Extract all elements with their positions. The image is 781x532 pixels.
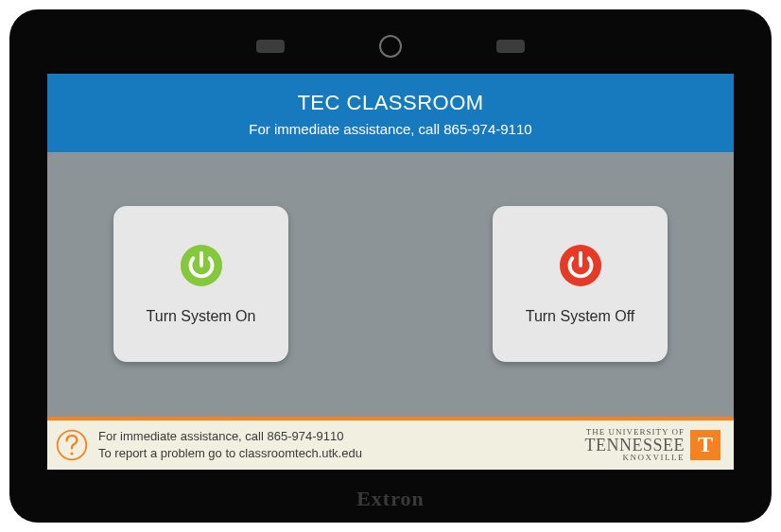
camera-icon [379,35,402,58]
sensor-slot-right [496,40,525,53]
header-subtitle: For immediate assistance, call 865-974-9… [57,121,724,137]
turn-system-on-button[interactable]: Turn System On [113,206,288,362]
footer-line2: To report a problem go to classroomtech.… [98,445,362,462]
ut-logo-text: THE UNIVERSITY OF TENNESSEE KNOXVILLE [585,428,686,462]
turn-on-label: Turn System On [147,308,256,325]
ut-t-icon: T [690,430,720,460]
ut-letter: T [698,432,713,457]
power-on-icon [180,244,223,287]
touch-screen: TEC CLASSROOM For immediate assistance, … [47,74,734,470]
page-title: TEC CLASSROOM [57,91,724,115]
footer-bar: For immediate assistance, call 865-974-9… [47,417,734,470]
footer-left: For immediate assistance, call 865-974-9… [55,428,362,462]
turn-off-label: Turn System Off [526,308,635,325]
footer-text: For immediate assistance, call 865-974-9… [98,428,362,462]
header-banner: TEC CLASSROOM For immediate assistance, … [47,74,734,152]
power-off-icon [559,244,602,287]
svg-point-3 [70,452,73,455]
device-brand-label: Extron [9,487,772,511]
sensor-slot-left [256,40,285,53]
ut-line2: TENNESSEE [585,437,686,454]
device-sensor-bar [9,32,772,60]
turn-system-off-button[interactable]: Turn System Off [493,206,668,362]
main-area: Turn System On Turn System Off [47,152,734,417]
ut-logo: THE UNIVERSITY OF TENNESSEE KNOXVILLE T [585,428,721,462]
device-bezel: TEC CLASSROOM For immediate assistance, … [9,9,772,523]
help-icon [55,428,89,462]
ut-line3: KNOXVILLE [585,454,686,462]
footer-line1: For immediate assistance, call 865-974-9… [98,428,362,445]
